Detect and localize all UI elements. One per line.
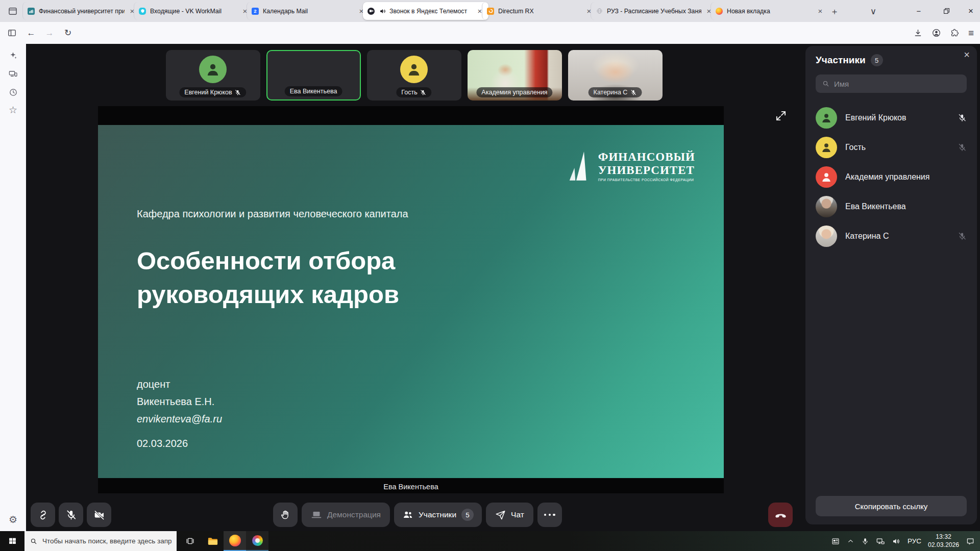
volume-icon[interactable] [892, 537, 901, 546]
participant-name: Ева Викентьева [845, 202, 906, 211]
chat-button[interactable]: Чат [486, 503, 533, 527]
thumbnail-katerina[interactable]: Катерина С [568, 50, 663, 101]
more-options-button[interactable] [537, 503, 562, 527]
action-center-icon[interactable] [966, 537, 975, 546]
settings-gear-icon[interactable]: ⚙ [7, 513, 19, 526]
account-icon[interactable] [932, 28, 941, 38]
firefox-taskbar-button[interactable] [224, 531, 246, 551]
participant-list: Евгений Крюков Гость Академия управления [805, 103, 977, 251]
news-widget-icon[interactable] [831, 537, 840, 546]
thumbnail-guest[interactable]: Гость [367, 50, 461, 101]
thumbnail-name: Академия управления [481, 89, 547, 96]
task-view-icon [185, 536, 195, 546]
tab-audio-icon[interactable] [379, 7, 387, 15]
list-item[interactable]: Евгений Крюков [805, 103, 977, 133]
laptop-icon [311, 509, 322, 520]
send-plane-icon [495, 510, 506, 520]
tab-new[interactable]: Новая вкладка × [710, 2, 829, 20]
taskbar-search[interactable] [24, 531, 177, 551]
firefox-view-icon[interactable] [5, 4, 20, 18]
bookmarks-star-icon[interactable]: ☆ [7, 104, 19, 116]
tab-directum[interactable]: Directum RX × [482, 2, 598, 20]
new-tab-button[interactable]: ＋ [828, 5, 841, 18]
list-item[interactable]: Академия управления [805, 162, 977, 192]
sail-logo-icon [569, 151, 592, 184]
microphone-toggle-button[interactable] [59, 503, 83, 527]
panel-close-icon[interactable]: × [964, 49, 970, 61]
tabs-dropdown-icon[interactable]: ∨ [867, 5, 880, 18]
mic-muted-icon [420, 89, 427, 96]
paint-taskbar-button[interactable] [246, 531, 268, 551]
back-button[interactable]: ← [23, 26, 39, 40]
tray-microphone-icon[interactable] [861, 537, 869, 545]
browser-tab-bar: Финансовый университет при × Входящие - … [0, 0, 980, 22]
system-tray: РУС 13:32 02.03.2026 [831, 531, 975, 551]
tab-telemost-active[interactable]: Звонок в Яндекс Телемост × [363, 2, 488, 20]
tab-close-icon[interactable]: × [816, 7, 825, 15]
firefox-sidebar-strip: ☆ ⚙ [0, 44, 27, 531]
thumbnail-akademia[interactable]: Академия управления [468, 50, 562, 101]
list-item[interactable]: Ева Викентьева [805, 192, 977, 221]
slide-email: envikenteva@fa.ru [137, 413, 222, 425]
raise-hand-button[interactable] [273, 503, 298, 527]
network-icon[interactable] [876, 537, 885, 546]
language-indicator[interactable]: РУС [908, 537, 921, 545]
slide-date: 02.03.2026 [137, 438, 188, 449]
mic-muted-icon [958, 232, 967, 241]
participants-button[interactable]: Участники 5 [394, 503, 482, 527]
tab-ruz[interactable]: РУЗ - Расписание Учебных Заняти × [591, 2, 718, 20]
university-logo: ФИНАНСОВЫЙ УНИВЕРСИТЕТ ПРИ ПРАВИТЕЛЬСТВЕ… [569, 151, 695, 184]
reload-button[interactable]: ↻ [60, 26, 76, 40]
people-icon [402, 509, 413, 520]
hangup-button[interactable] [768, 503, 793, 527]
tab-label: РУЗ - Расписание Учебных Заняти [607, 8, 701, 15]
file-explorer-button[interactable] [201, 531, 224, 551]
menu-hamburger-icon[interactable]: ≡ [968, 28, 974, 39]
speaker-name-label: Ева Викентьева [98, 483, 724, 491]
extensions-puzzle-icon[interactable] [950, 28, 960, 38]
share-screen-button[interactable]: Демонстрация [302, 503, 390, 527]
start-button[interactable] [0, 531, 24, 551]
logo-line2: УНИВЕРСИТЕТ [598, 164, 695, 177]
calendar-favicon: 2 [251, 7, 259, 15]
participants-panel: × Участники 5 Евгений Крюков [805, 46, 977, 524]
firefox-favicon [715, 7, 723, 15]
tray-chevron-up-icon[interactable] [847, 537, 854, 545]
task-view-button[interactable] [179, 531, 201, 551]
tab-workmail[interactable]: Входящие - VK WorkMail × [134, 2, 254, 20]
participant-name: Гость [845, 143, 866, 152]
participant-search[interactable] [816, 74, 967, 93]
expand-fullscreen-icon[interactable] [774, 109, 789, 123]
synced-devices-icon[interactable] [7, 67, 19, 80]
tab-label: Звонок в Яндекс Телемост [389, 8, 472, 15]
tab-calendar[interactable]: 2 Календарь Mail × [247, 2, 370, 20]
screen: Финансовый университет при × Входящие - … [0, 0, 980, 551]
forward-button[interactable]: → [42, 26, 57, 40]
copy-link-button[interactable]: Скопировать ссылку [816, 496, 967, 516]
ai-sparkle-icon[interactable] [7, 49, 19, 62]
firefox-icon [229, 535, 241, 546]
thumbnail-eva-active-speaker[interactable]: Ева Викентьева [266, 50, 361, 101]
search-input[interactable] [834, 80, 961, 88]
window-minimize-button[interactable]: − [908, 0, 930, 22]
window-restore-button[interactable] [935, 0, 958, 22]
taskbar-clock[interactable]: 13:32 02.03.2026 [928, 533, 959, 549]
window-close-button[interactable]: × [962, 0, 980, 22]
mic-muted-icon [630, 89, 636, 96]
history-clock-icon[interactable] [7, 86, 19, 98]
thumbnail-evgeniy[interactable]: Евгений Крюков [166, 50, 260, 101]
tab-finuniver[interactable]: Финансовый университет при × [22, 2, 141, 20]
sidebar-toggle-icon[interactable] [4, 26, 19, 40]
downloads-icon[interactable] [913, 28, 923, 38]
taskbar-search-input[interactable] [42, 537, 172, 545]
slide-role: доцент [137, 379, 170, 390]
thumbnail-name: Гость [401, 89, 417, 96]
participant-name: Евгений Крюков [845, 113, 906, 122]
list-item[interactable]: Гость [805, 133, 977, 162]
thumbnail-name: Евгений Крюков [184, 89, 232, 96]
mic-muted-icon [958, 113, 967, 122]
shared-screen-video: ФИНАНСОВЫЙ УНИВЕРСИТЕТ ПРИ ПРАВИТЕЛЬСТВЕ… [98, 106, 724, 493]
copy-link-icon-button[interactable] [31, 503, 55, 527]
list-item[interactable]: Катерина С [805, 221, 977, 251]
camera-toggle-button[interactable] [87, 503, 111, 527]
